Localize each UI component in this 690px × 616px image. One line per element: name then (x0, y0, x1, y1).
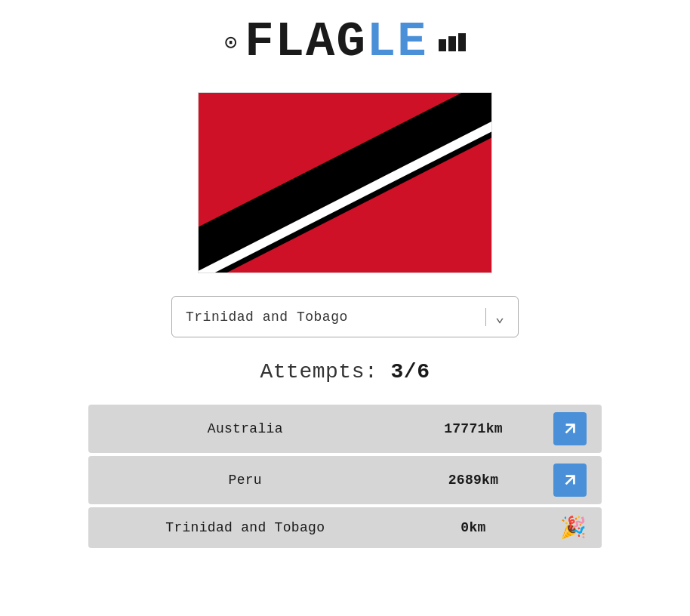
chevron-down-icon: ⌄ (495, 307, 504, 326)
attempts-label: Attempts: (260, 360, 378, 383)
attempts-count: 3/6 (391, 360, 430, 383)
svg-line-1 (566, 476, 574, 485)
help-icon[interactable]: ⊙ (224, 29, 237, 55)
table-row: Peru 2689km (88, 456, 602, 504)
direction-cell (544, 456, 602, 504)
country-name: Peru (88, 456, 402, 504)
svg-line-0 (566, 425, 574, 433)
distance-value: 0km (402, 507, 545, 548)
stats-icon[interactable] (439, 33, 466, 51)
direction-cell (544, 405, 602, 453)
distance-value: 17771km (402, 405, 545, 453)
direction-button[interactable] (553, 412, 587, 445)
party-cell: 🎉 (544, 507, 602, 548)
bar-1 (439, 39, 446, 51)
direction-button[interactable] (553, 464, 587, 497)
party-icon: 🎉 (560, 517, 587, 541)
attempts-display: Attempts: 3/6 (260, 360, 430, 383)
bar-2 (448, 36, 456, 51)
distance-value: 2689km (402, 456, 545, 504)
table-row: Australia 17771km (88, 405, 602, 453)
arrow-up-right-icon (560, 470, 580, 490)
country-name: Trinidad and Tobago (88, 507, 402, 548)
header: ⊙ FLAGLE (224, 15, 465, 69)
arrow-up-right-icon (560, 419, 580, 439)
logo-blue: LE (367, 15, 428, 69)
logo: FLAGLE (245, 15, 427, 69)
country-name: Australia (88, 405, 402, 453)
flag-display (198, 92, 492, 273)
logo-black: FLAG (245, 15, 367, 69)
flag-trinidad-tobago (199, 93, 491, 273)
flag-stripe-black (199, 93, 491, 273)
table-row: Trinidad and Tobago 0km 🎉 (88, 507, 602, 548)
country-dropdown[interactable]: Trinidad and Tobago ⌄ (171, 296, 519, 337)
dropdown-value: Trinidad and Tobago (186, 310, 348, 325)
results-table: Australia 17771km Peru 2689km (88, 402, 602, 551)
bar-3 (458, 33, 466, 51)
dropdown-divider (485, 308, 486, 326)
